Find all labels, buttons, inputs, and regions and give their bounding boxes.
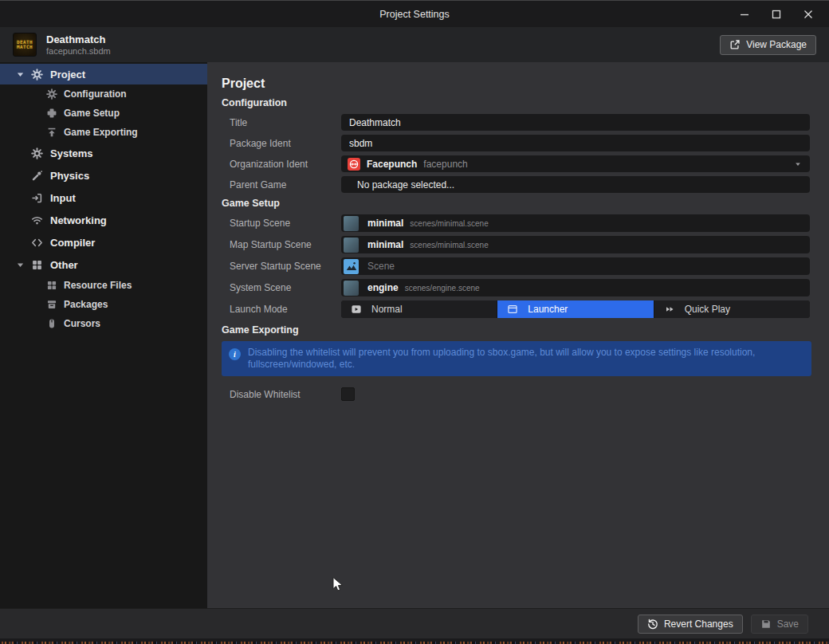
project-thumbnail-text-bottom: MATCH — [17, 45, 33, 50]
archive-icon — [46, 299, 57, 310]
sidebar-item-label: Input — [50, 192, 76, 204]
launch-mode-segmented-control: Normal Launcher Quick Play — [341, 300, 810, 318]
project-ident: facepunch.sbdm — [46, 45, 111, 57]
scene-name: engine — [367, 282, 399, 293]
save-button[interactable]: Save — [751, 615, 808, 634]
sidebar-item-physics[interactable]: Physics — [0, 164, 207, 187]
sidebar-item-systems[interactable]: Systems — [0, 142, 207, 164]
sidebar-item-label: Compiler — [50, 237, 95, 249]
gamepad-icon — [46, 108, 57, 119]
package-ident-input[interactable] — [349, 138, 802, 149]
scene-thumbnail — [344, 238, 359, 253]
grid-icon — [31, 259, 43, 271]
sidebar-item-resource-files[interactable]: Resource Files — [0, 276, 207, 295]
organization-dropdown[interactable]: Facepunch facepunch — [341, 155, 810, 172]
project-settings-window: Project Settings DEATH MATCH Deathmatch … — [0, 0, 829, 644]
sidebar-item-input[interactable]: Input — [0, 187, 207, 209]
server-startup-scene-picker[interactable]: Scene — [341, 257, 810, 275]
close-button[interactable] — [792, 1, 824, 27]
sidebar-item-label: Game Exporting — [64, 127, 138, 138]
chevron-down-icon[interactable] — [14, 68, 26, 80]
startup-scene-picker[interactable]: minimal scenes/minimal.scene — [341, 214, 810, 232]
map-startup-scene-picker[interactable]: minimal scenes/minimal.scene — [341, 236, 810, 253]
parent-game-picker[interactable]: No package selected... — [341, 176, 810, 193]
launch-mode-option-launcher[interactable]: Launcher — [497, 300, 653, 318]
view-package-label: View Package — [746, 39, 807, 50]
sidebar-item-configuration[interactable]: Configuration — [0, 84, 207, 104]
history-icon — [647, 618, 658, 630]
minimize-button[interactable] — [729, 1, 760, 27]
sidebar-item-other[interactable]: Other — [0, 253, 207, 276]
disable-whitelist-checkbox[interactable] — [341, 387, 355, 401]
organization-ident-value: facepunch — [423, 159, 467, 170]
settings-nav-sidebar: Project Configuration Game Setup Game Ex… — [0, 62, 207, 608]
sidebar-item-networking[interactable]: Networking — [0, 209, 207, 231]
mountains-icon — [345, 260, 358, 273]
organization-ident-label: Organization Ident — [230, 159, 341, 170]
parent-game-placeholder: No package selected... — [357, 179, 454, 190]
view-package-button[interactable]: View Package — [720, 35, 816, 55]
gear-icon — [31, 147, 43, 159]
scene-thumbnail — [344, 216, 359, 231]
segment-label: Normal — [371, 304, 403, 315]
window-icon — [507, 304, 518, 315]
sidebar-item-game-setup[interactable]: Game Setup — [0, 104, 207, 123]
sidebar-item-label: Systems — [50, 147, 92, 159]
scene-placeholder-text: Scene — [367, 261, 395, 272]
sidebar-item-compiler[interactable]: Compiler — [0, 231, 207, 253]
scene-name: minimal — [367, 218, 403, 229]
sidebar-item-label: Resource Files — [64, 280, 132, 291]
sidebar-item-label: Project — [50, 69, 85, 80]
window-titlebar: Project Settings — [0, 1, 829, 27]
fast-forward-icon — [664, 304, 675, 315]
section-heading-configuration: Configuration — [222, 97, 829, 110]
project-thumbnail: DEATH MATCH — [13, 33, 37, 57]
sidebar-item-label: Other — [50, 259, 78, 271]
scene-path: scenes/minimal.scene — [410, 219, 488, 228]
parent-game-label: Parent Game — [230, 179, 341, 190]
external-link-icon — [729, 39, 741, 50]
section-heading-game-setup: Game Setup — [222, 198, 829, 210]
segment-label: Quick Play — [685, 304, 730, 315]
title-row: Title — [222, 114, 829, 131]
save-icon — [760, 618, 772, 630]
screen-artifact-strip — [0, 638, 829, 644]
scene-path: scenes/minimal.scene — [410, 241, 488, 249]
sidebar-item-cursors[interactable]: Cursors — [0, 314, 207, 333]
launch-mode-option-normal[interactable]: Normal — [341, 300, 497, 318]
organization-name: Facepunch — [367, 159, 417, 170]
sidebar-item-label: Cursors — [64, 318, 100, 329]
sidebar-item-project[interactable]: Project — [0, 64, 207, 84]
wifi-icon — [31, 214, 43, 226]
system-scene-picker[interactable]: engine scenes/engine.scene — [341, 279, 810, 296]
maximize-button[interactable] — [760, 1, 792, 27]
close-icon — [803, 10, 813, 19]
system-scene-label: System Scene — [230, 282, 341, 293]
package-ident-label: Package Ident — [230, 138, 341, 149]
system-scene-row: System Scene engine scenes/engine.scene — [222, 279, 829, 296]
project-header: DEATH MATCH Deathmatch facepunch.sbdm Vi… — [0, 27, 829, 62]
launch-mode-option-quick-play[interactable]: Quick Play — [654, 300, 810, 318]
project-name: Deathmatch — [46, 33, 111, 45]
facepunch-logo-icon — [348, 158, 360, 171]
revert-changes-button[interactable]: Revert Changes — [638, 615, 743, 634]
sidebar-item-label: Game Setup — [64, 108, 120, 119]
title-input[interactable] — [349, 117, 802, 128]
info-icon: i — [229, 348, 241, 360]
launch-mode-row: Launch Mode Normal Launcher Quick Play — [222, 300, 829, 318]
startup-scene-label: Startup Scene — [230, 218, 341, 229]
footer-bar: Revert Changes Save — [0, 608, 829, 638]
title-field[interactable] — [341, 114, 810, 131]
package-ident-row: Package Ident — [222, 135, 829, 151]
window-title: Project Settings — [379, 9, 450, 20]
sidebar-item-game-exporting[interactable]: Game Exporting — [0, 123, 207, 142]
sidebar-item-label: Packages — [64, 299, 108, 310]
parent-game-row: Parent Game No package selected... — [222, 176, 829, 193]
chevron-down-icon[interactable] — [14, 258, 26, 271]
sidebar-item-packages[interactable]: Packages — [0, 295, 207, 314]
server-startup-scene-label: Server Startup Scene — [230, 261, 341, 272]
mouse-icon — [46, 318, 57, 329]
whitelist-info-banner: i Disabling the whitelist will prevent y… — [222, 341, 811, 376]
section-heading-game-exporting: Game Exporting — [222, 324, 829, 337]
package-ident-field[interactable] — [341, 135, 810, 151]
